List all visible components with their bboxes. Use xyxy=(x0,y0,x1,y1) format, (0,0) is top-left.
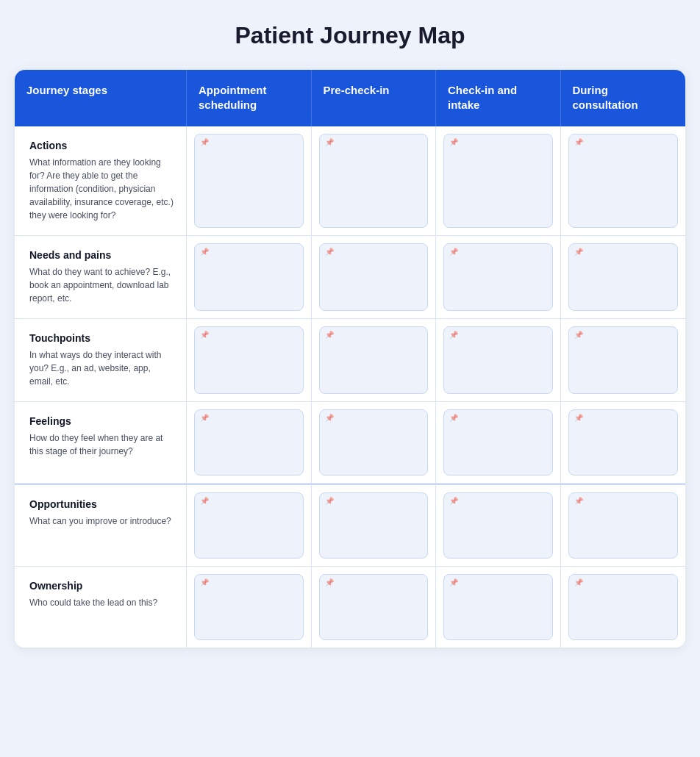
label-title-needs-and-pains: Needs and pains xyxy=(29,249,174,261)
label-desc-needs-and-pains: What do they want to achieve? E.g., book… xyxy=(29,265,174,305)
label-needs-and-pains: Needs and painsWhat do they want to achi… xyxy=(15,236,187,318)
sticky-note-feelings-check-in-intake[interactable] xyxy=(443,409,553,476)
sticky-note-actions-during-consultation[interactable] xyxy=(568,134,679,228)
table-header: Journey stages Appointment scheduling Pr… xyxy=(15,70,685,126)
label-desc-feelings: How do they feel when they are at this s… xyxy=(29,431,174,458)
cell-feelings-pre-check-in[interactable] xyxy=(312,402,437,483)
label-ownership: OwnershipWho could take the lead on this… xyxy=(15,567,187,647)
label-actions: ActionsWhat information are they looking… xyxy=(15,126,187,235)
table-body: ActionsWhat information are they looking… xyxy=(15,126,685,647)
row-actions: ActionsWhat information are they looking… xyxy=(15,126,685,236)
cell-feelings-during-consultation[interactable] xyxy=(561,402,686,483)
sticky-note-touchpoints-check-in-intake[interactable] xyxy=(443,326,553,394)
label-feelings: FeelingsHow do they feel when they are a… xyxy=(15,402,187,483)
sticky-note-ownership-pre-check-in[interactable] xyxy=(319,574,429,640)
cell-touchpoints-pre-check-in[interactable] xyxy=(312,319,437,401)
cell-needs-and-pains-check-in-intake[interactable] xyxy=(436,236,561,318)
label-desc-touchpoints: In what ways do they interact with you? … xyxy=(29,348,174,388)
sticky-note-actions-check-in-intake[interactable] xyxy=(443,134,553,228)
cell-touchpoints-during-consultation[interactable] xyxy=(561,319,686,401)
sticky-note-opportunities-pre-check-in[interactable] xyxy=(319,492,429,559)
row-feelings: FeelingsHow do they feel when they are a… xyxy=(15,402,685,484)
label-opportunities: OpportunitiesWhat can you improve or int… xyxy=(15,485,187,566)
cell-opportunities-check-in-intake[interactable] xyxy=(436,485,561,566)
sticky-note-opportunities-check-in-intake[interactable] xyxy=(443,492,553,559)
header-journey-stages: Journey stages xyxy=(15,70,187,126)
page-title: Patient Journey Map xyxy=(235,22,465,49)
row-opportunities: OpportunitiesWhat can you improve or int… xyxy=(15,484,685,567)
label-title-touchpoints: Touchpoints xyxy=(29,332,174,344)
cell-needs-and-pains-pre-check-in[interactable] xyxy=(312,236,437,318)
cell-ownership-appointment-scheduling[interactable] xyxy=(187,567,312,647)
header-during-consultation: During consultation xyxy=(561,70,686,126)
header-check-in-intake: Check-in and intake xyxy=(436,70,561,126)
sticky-note-touchpoints-appointment-scheduling[interactable] xyxy=(194,326,304,394)
cell-feelings-appointment-scheduling[interactable] xyxy=(187,402,312,483)
cell-touchpoints-appointment-scheduling[interactable] xyxy=(187,319,312,401)
cell-needs-and-pains-during-consultation[interactable] xyxy=(561,236,686,318)
cell-actions-during-consultation[interactable] xyxy=(561,126,686,235)
header-pre-check-in: Pre-check-in xyxy=(312,70,437,126)
sticky-note-feelings-during-consultation[interactable] xyxy=(568,409,679,476)
cell-needs-and-pains-appointment-scheduling[interactable] xyxy=(187,236,312,318)
cell-ownership-check-in-intake[interactable] xyxy=(436,567,561,647)
sticky-note-needs-and-pains-check-in-intake[interactable] xyxy=(443,243,553,311)
cell-actions-appointment-scheduling[interactable] xyxy=(187,126,312,235)
sticky-note-touchpoints-pre-check-in[interactable] xyxy=(319,326,429,394)
sticky-note-needs-and-pains-pre-check-in[interactable] xyxy=(319,243,429,311)
cell-feelings-check-in-intake[interactable] xyxy=(436,402,561,483)
sticky-note-opportunities-appointment-scheduling[interactable] xyxy=(194,492,304,559)
label-touchpoints: TouchpointsIn what ways do they interact… xyxy=(15,319,187,401)
label-desc-opportunities: What can you improve or introduce? xyxy=(29,514,174,528)
cell-actions-check-in-intake[interactable] xyxy=(436,126,561,235)
cell-ownership-pre-check-in[interactable] xyxy=(312,567,437,647)
cell-opportunities-appointment-scheduling[interactable] xyxy=(187,485,312,566)
label-title-actions: Actions xyxy=(29,140,174,151)
row-needs-and-pains: Needs and painsWhat do they want to achi… xyxy=(15,236,685,319)
sticky-note-ownership-check-in-intake[interactable] xyxy=(443,574,553,640)
cell-actions-pre-check-in[interactable] xyxy=(312,126,437,235)
sticky-note-feelings-pre-check-in[interactable] xyxy=(319,409,429,476)
sticky-note-ownership-during-consultation[interactable] xyxy=(568,574,679,640)
label-title-opportunities: Opportunities xyxy=(29,498,174,510)
row-ownership: OwnershipWho could take the lead on this… xyxy=(15,567,685,647)
journey-map-table: Journey stages Appointment scheduling Pr… xyxy=(15,70,685,647)
sticky-note-opportunities-during-consultation[interactable] xyxy=(568,492,679,559)
header-appointment-scheduling: Appointment scheduling xyxy=(187,70,312,126)
label-desc-actions: What information are they looking for? A… xyxy=(29,156,174,222)
sticky-note-feelings-appointment-scheduling[interactable] xyxy=(194,409,304,476)
sticky-note-needs-and-pains-appointment-scheduling[interactable] xyxy=(194,243,304,311)
label-desc-ownership: Who could take the lead on this? xyxy=(29,596,174,609)
sticky-note-touchpoints-during-consultation[interactable] xyxy=(568,326,679,394)
cell-opportunities-pre-check-in[interactable] xyxy=(312,485,437,566)
cell-touchpoints-check-in-intake[interactable] xyxy=(436,319,561,401)
label-title-ownership: Ownership xyxy=(29,580,174,592)
sticky-note-needs-and-pains-during-consultation[interactable] xyxy=(568,243,679,311)
row-touchpoints: TouchpointsIn what ways do they interact… xyxy=(15,319,685,402)
sticky-note-actions-pre-check-in[interactable] xyxy=(319,134,429,228)
label-title-feelings: Feelings xyxy=(29,415,174,427)
sticky-note-actions-appointment-scheduling[interactable] xyxy=(194,134,304,228)
cell-ownership-during-consultation[interactable] xyxy=(561,567,686,647)
cell-opportunities-during-consultation[interactable] xyxy=(561,485,686,566)
sticky-note-ownership-appointment-scheduling[interactable] xyxy=(194,574,304,640)
